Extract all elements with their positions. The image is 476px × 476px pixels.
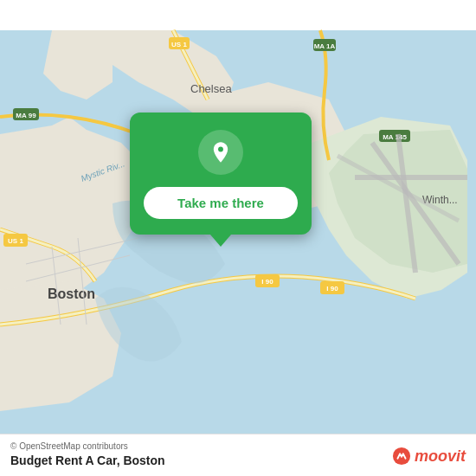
- take-me-there-button[interactable]: Take me there: [144, 187, 298, 219]
- svg-text:Boston: Boston: [48, 286, 95, 301]
- moovit-text: moovit: [415, 447, 466, 466]
- map-background: I 90 I 90 US 1 US 1 MA 99 MA 1A MA 145 M…: [0, 0, 476, 476]
- moovit-logo: moovit: [392, 447, 466, 466]
- svg-text:MA 99: MA 99: [16, 112, 36, 119]
- location-icon-container: [198, 130, 243, 175]
- map-container[interactable]: I 90 I 90 US 1 US 1 MA 99 MA 1A MA 145 M…: [0, 0, 476, 476]
- moovit-logo-icon: [392, 447, 411, 466]
- svg-text:MA 145: MA 145: [383, 133, 407, 141]
- svg-text:US 1: US 1: [8, 237, 23, 245]
- svg-text:I 90: I 90: [326, 285, 338, 293]
- svg-text:MA 1A: MA 1A: [314, 42, 336, 50]
- svg-text:US 1: US 1: [171, 41, 187, 48]
- location-popup: Take me there: [130, 113, 312, 235]
- svg-text:Chelsea: Chelsea: [190, 82, 232, 95]
- svg-text:I 90: I 90: [261, 278, 273, 286]
- location-pin-icon: [209, 140, 233, 164]
- svg-point-36: [218, 147, 223, 152]
- bottom-info-bar: © OpenStreetMap contributors Budget Rent…: [0, 434, 476, 476]
